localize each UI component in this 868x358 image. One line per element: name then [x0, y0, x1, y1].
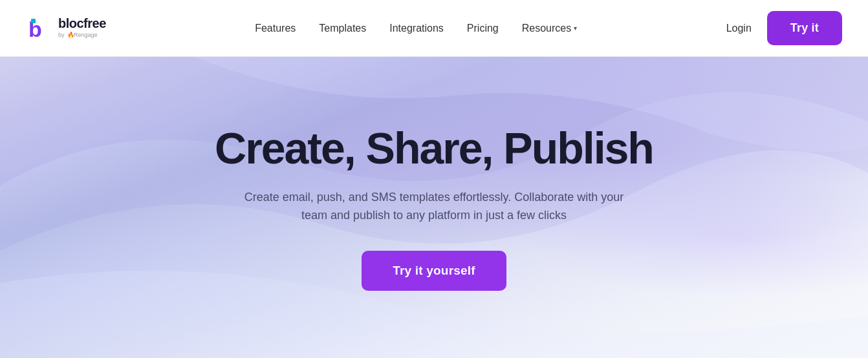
try-yourself-button[interactable]: Try it yourself [362, 251, 506, 291]
login-link[interactable]: Login [726, 23, 752, 34]
nav-item-integrations[interactable]: Integrations [389, 23, 444, 34]
nav-link-templates[interactable]: Templates [319, 23, 366, 34]
svg-text:Rengage: Rengage [74, 32, 97, 38]
nav-link-features[interactable]: Features [255, 23, 296, 34]
logo[interactable]: b blocfree by 🔥 Rengage [26, 15, 106, 42]
nav-link-pricing[interactable]: Pricing [467, 23, 499, 34]
nav-links: Features Templates Integrations Pricing … [255, 23, 577, 34]
nav-item-pricing[interactable]: Pricing [467, 23, 499, 34]
nav-link-integrations[interactable]: Integrations [389, 23, 444, 34]
logo-sub: by 🔥 Rengage [58, 30, 106, 39]
hero-title: Create, Share, Publish [215, 124, 653, 173]
nav-item-features[interactable]: Features [255, 23, 296, 34]
logo-text: blocfree by 🔥 Rengage [58, 17, 106, 39]
hero-subtitle: Create email, push, and SMS templates ef… [233, 188, 635, 226]
chevron-down-icon: ▾ [574, 25, 577, 32]
navbar: b blocfree by 🔥 Rengage Features Templat… [0, 0, 868, 57]
hero-section: Create, Share, Publish Create email, pus… [0, 57, 868, 358]
logo-icon: b [26, 15, 53, 42]
nav-right: Login Try it [726, 11, 842, 45]
nav-link-resources[interactable]: Resources ▾ [522, 23, 577, 34]
svg-rect-2 [31, 19, 36, 23]
try-it-button[interactable]: Try it [767, 11, 842, 45]
nav-item-templates[interactable]: Templates [319, 23, 366, 34]
svg-text:by: by [58, 32, 65, 38]
hero-content: Create, Share, Publish Create email, pus… [202, 124, 666, 291]
nav-item-resources[interactable]: Resources ▾ [522, 23, 577, 34]
logo-name: blocfree [58, 17, 106, 30]
